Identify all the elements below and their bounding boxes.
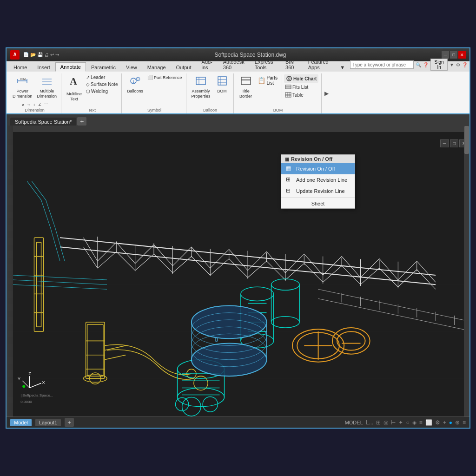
ribbon-help-icon[interactable]: ❓ — [462, 62, 468, 67]
expand-icon[interactable]: ▼ — [450, 62, 454, 67]
new-icon[interactable]: 📄 — [23, 52, 29, 57]
svg-text:Z: Z — [28, 371, 31, 376]
search-input[interactable] — [350, 60, 414, 69]
add-toggle[interactable]: + — [443, 419, 446, 426]
status-circle-blue[interactable]: ● — [449, 419, 452, 426]
ribbon-expand-button[interactable]: ▶ — [323, 73, 331, 113]
save-icon[interactable]: 💾 — [37, 52, 43, 57]
tab-output[interactable]: Output — [171, 63, 197, 72]
svg-text:||Softpedia Space...: ||Softpedia Space... — [20, 393, 53, 397]
dtrack-toggle[interactable]: ◈ — [412, 419, 416, 426]
bom-sub-col: Hole Chart Fits List — [282, 74, 319, 99]
tab-manage[interactable]: Manage — [142, 63, 171, 72]
svg-point-102 — [192, 306, 267, 339]
coord-display[interactable]: L... — [366, 419, 374, 426]
multiline-text-label: MultilineText — [66, 92, 82, 102]
search-icon[interactable]: 🔍 — [416, 62, 421, 67]
tab-annotate[interactable]: Annotate — [55, 62, 86, 72]
cad-view[interactable]: 0 — [13, 132, 469, 416]
snap-toggle[interactable]: ◎ — [383, 419, 388, 426]
settings-icon[interactable]: ⚙ — [456, 62, 460, 67]
part-reference-button[interactable]: ⬜ Part Reference — [146, 74, 183, 80]
status-tab-add[interactable]: + — [65, 418, 74, 427]
power-dimension-button[interactable]: DIM PowerDimension — [11, 74, 34, 100]
tab-parametric[interactable]: Parametric — [86, 63, 121, 72]
text-small-col: ↗ Leader ◇ Surface Note ⬡ Welding — [85, 74, 119, 94]
tab-bim360[interactable]: BIM 360 — [280, 57, 303, 72]
leader-button[interactable]: ↗ Leader — [85, 74, 119, 80]
assembly-prop-label: AssemblyProperties — [192, 89, 211, 99]
redo-icon[interactable]: ↪ — [55, 52, 59, 57]
help-icon[interactable]: ❓ — [423, 62, 429, 67]
chevron-right-icon: ▶ — [324, 90, 329, 97]
multiline-text-button[interactable]: A MultilineText — [65, 74, 83, 103]
add-revision-icon: ⊞ — [286, 176, 293, 184]
status-config[interactable]: ⊕ — [455, 419, 460, 426]
menu-item-revision-onoff[interactable]: ▦ Revision On / Off — [281, 163, 355, 174]
polar-toggle[interactable]: ✦ — [398, 419, 403, 426]
tab-addins[interactable]: Add-ins — [197, 57, 218, 72]
tab-insert[interactable]: Insert — [32, 63, 55, 72]
grid-toggle[interactable]: ⊞ — [376, 419, 381, 426]
bom-button[interactable]: BOM — [214, 74, 231, 95]
maximize-button[interactable]: □ — [450, 51, 457, 59]
status-info[interactable]: ≡ — [463, 419, 466, 426]
bom-group-label: BOM — [273, 108, 283, 113]
doc-tab-add[interactable]: + — [77, 117, 86, 126]
symbol-group-label: Symbol — [147, 108, 161, 113]
status-tab-model[interactable]: Model — [10, 419, 32, 426]
update-revision-icon: ⊟ — [286, 187, 293, 195]
multiple-dim-icon — [41, 75, 53, 88]
tab-expresstools[interactable]: Express Tools — [250, 57, 280, 72]
quick-access-toolbar: 📄 📂 💾 🖨 ↩ ↪ — [23, 52, 59, 57]
ortho-toggle[interactable]: ⊢ — [391, 419, 396, 426]
dim-small-3[interactable]: ↕ — [33, 102, 36, 108]
app-window: A 📄 📂 💾 🖨 ↩ ↪ Softpedia Space Station.dw… — [6, 47, 470, 429]
viewport-minimize[interactable]: ─ — [440, 139, 449, 147]
assembly-properties-button[interactable]: AssemblyProperties — [190, 74, 212, 100]
title-border-button[interactable]: TitleBorder — [238, 74, 254, 100]
v-scrollbar[interactable] — [464, 126, 469, 416]
status-tab-layout1[interactable]: Layout1 — [35, 419, 61, 426]
tab-more[interactable]: ▼ — [335, 63, 350, 72]
dim-small-4[interactable]: ∠ — [37, 102, 42, 108]
parts-list-label: PartsList — [267, 75, 278, 86]
isnap-toggle[interactable]: ○ — [406, 419, 409, 426]
tab-view[interactable]: View — [121, 63, 142, 72]
tmodel-toggle[interactable]: ⬜ — [425, 419, 432, 426]
multiple-dimension-button[interactable]: MultipleDimension — [36, 74, 59, 100]
print-icon[interactable]: 🖨 — [44, 52, 49, 57]
undo-icon[interactable]: ↩ — [50, 52, 54, 57]
hole-chart-button[interactable]: Hole Chart — [284, 74, 319, 83]
table-button[interactable]: Table — [284, 91, 319, 99]
doc-tab-space-station[interactable]: Softpedia Space Station* — [10, 118, 76, 126]
menu-footer-sheet[interactable]: Sheet — [281, 199, 355, 208]
fits-list-button[interactable]: Fits List — [284, 83, 319, 91]
sheet-flyout-icon: ▦ — [285, 157, 289, 162]
settings-toggle[interactable]: ⚙ — [435, 419, 440, 426]
ribbon-group-bom: TitleBorder 📋 PartsList — [235, 73, 322, 113]
sign-in-button[interactable]: Sign In — [430, 59, 448, 71]
minimize-button[interactable]: ─ — [442, 51, 449, 59]
dim-small-2[interactable]: ↔ — [26, 102, 32, 108]
close-button[interactable]: ✕ — [458, 51, 466, 59]
menu-item-add-revision[interactable]: ⊞ Add one Revision Line — [281, 174, 355, 185]
dim-small-1[interactable]: ⌀ — [21, 102, 25, 108]
dim-small-5[interactable]: ⌒ — [43, 102, 49, 108]
parts-list-icon: 📋 — [258, 77, 265, 84]
tab-autodesk360[interactable]: Autodesk 360 — [218, 57, 250, 72]
lweight-toggle[interactable]: ≡ — [419, 419, 423, 426]
tab-featuredapps[interactable]: Featured Apps — [303, 57, 335, 72]
viewport-maximize[interactable]: □ — [450, 139, 458, 147]
v-scroll-thumb[interactable] — [464, 126, 469, 154]
balloons-icon: 1 2 — [130, 75, 141, 88]
balloons-button[interactable]: 1 2 Balloons — [126, 74, 145, 95]
open-icon[interactable]: 📂 — [30, 52, 36, 57]
surface-note-button[interactable]: ◇ Surface Note — [85, 81, 119, 87]
welding-button[interactable]: ⬡ Welding — [85, 88, 119, 94]
menu-item-update-revision[interactable]: ⊟ Update Revision Line — [281, 185, 355, 197]
ribbon-group-balloon: AssemblyProperties BOM — [187, 73, 234, 113]
tab-home[interactable]: Home — [8, 63, 32, 72]
balloon-group-label: Balloon — [203, 108, 217, 113]
parts-list-button[interactable]: 📋 PartsList — [256, 74, 279, 86]
